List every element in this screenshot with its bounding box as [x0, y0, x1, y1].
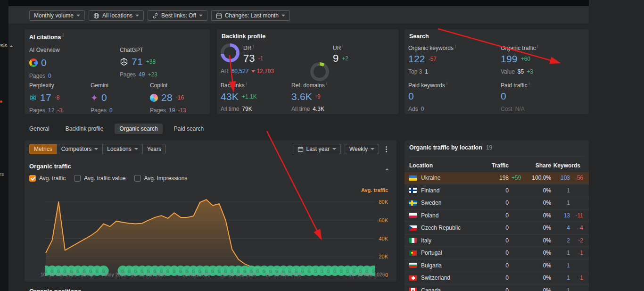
ref-domains-label: Ref. domains	[291, 81, 327, 89]
monthly-volume-label: Monthly volume	[34, 12, 74, 19]
avg-traffic-checkbox[interactable]: Avg. traffic	[29, 175, 66, 182]
location-row[interactable]: Poland00%13-11	[405, 209, 589, 222]
tab-paid-search[interactable]: Paid search	[169, 124, 208, 134]
organic-traffic-chart[interactable]: GGGGGGGGGGGGGGGGGGGGGGGGGGGGGGGGGGGGGGGG…	[45, 188, 375, 278]
organic-traffic-delta: +60	[521, 56, 530, 62]
svg-text:G: G	[339, 269, 343, 274]
metrics-segment[interactable]: Metrics	[29, 144, 57, 154]
location-row[interactable]: Sweden00%1	[405, 197, 589, 210]
share-value: 100.0%	[527, 175, 551, 181]
organic-keywords-label: Organic keywords	[408, 44, 456, 51]
gemini-stat: Gemini 0 Pages 0	[91, 82, 113, 114]
keywords-value: 1	[551, 262, 570, 269]
location-count: 19	[486, 144, 492, 151]
location-row[interactable]: Canada00%1	[405, 284, 589, 291]
perplexity-icon	[29, 94, 37, 101]
report-tabs: General Backlink profile Organic search …	[25, 123, 208, 135]
x-tick-label: 16–19 Feb 2026	[349, 272, 385, 277]
location-panel-title: Organic traffic by location19	[409, 144, 492, 151]
paid-traffic-stat: Paid traffic 0 Cost N/A	[501, 81, 529, 112]
chevron-down-icon	[371, 148, 374, 150]
avg-impressions-checkbox[interactable]: Avg. Impressions	[134, 175, 188, 182]
sidebar-item-competitors[interactable]: rs	[0, 171, 4, 177]
x-tick-label: 28 Apr – 4 May 2025	[81, 272, 126, 277]
metrics-label: Metrics	[34, 146, 52, 152]
chart-view-segmented-control: Metrics Competitors Locations Years	[29, 144, 166, 154]
sidebar-item-analysis[interactable]: ysis	[0, 42, 13, 48]
gemini-value: 0	[101, 92, 107, 103]
share-value: 0%	[527, 224, 551, 231]
chevron-up-icon	[385, 168, 389, 170]
ar-line: AR 60,527 12,703	[221, 68, 274, 75]
share-value: 0%	[527, 212, 551, 219]
chevron-down-icon	[135, 15, 139, 17]
tab-backlink-profile[interactable]: Backlink profile	[61, 124, 108, 134]
ur-value: 9	[333, 52, 339, 65]
location-name: Switzerland	[421, 274, 489, 281]
keywords-value: 2	[551, 237, 570, 244]
granularity-dropdown[interactable]: Weekly	[345, 144, 379, 154]
copilot-icon	[150, 94, 158, 102]
chatgpt-stat: ChatGPT 71 +38 Pages 49 +23	[120, 47, 157, 78]
pages-label: Pages	[91, 107, 107, 114]
keywords-value: 103	[551, 175, 570, 181]
share-value: 0%	[527, 187, 551, 194]
competitors-segment[interactable]: Competitors	[57, 144, 103, 154]
ai-overview-value: 0	[41, 57, 47, 68]
top-window-strip	[0, 0, 589, 6]
checkbox-checked-icon	[29, 175, 36, 182]
ai-overview-stat: AI Overview 0 Pages 0	[29, 47, 60, 79]
avg-traffic-value-checkbox[interactable]: Avg. traffic value	[74, 175, 125, 182]
changes-dropdown[interactable]: Changes: Last month	[211, 10, 290, 21]
keywords-delta: -1	[570, 249, 583, 256]
pages-label: Pages	[29, 107, 45, 114]
y-axis-title: Avg. traffic	[361, 187, 388, 193]
svg-text:G: G	[76, 269, 80, 274]
checkbox-unchecked-icon	[74, 175, 81, 182]
sidebar-fragment-text: rs	[0, 171, 4, 177]
location-row[interactable]: Finland00%1	[405, 184, 589, 197]
location-row[interactable]: Czech Republic00%4-4	[405, 222, 589, 235]
ca-flag-icon	[409, 288, 417, 291]
pages-delta: -3	[57, 107, 62, 114]
down-triangle-icon	[251, 70, 255, 73]
perplexity-label: Perplexity	[29, 82, 62, 89]
keywords-value: 1	[551, 249, 570, 256]
locations-segment[interactable]: Locations	[102, 144, 142, 154]
checkbox-unchecked-icon	[134, 175, 141, 182]
value-label: Value	[501, 68, 515, 75]
tab-general[interactable]: General	[25, 124, 54, 134]
alltime-value: 4.3K	[313, 106, 324, 112]
alltime-value: 79K	[242, 106, 252, 112]
location-name: Bulgaria	[421, 262, 489, 269]
location-row[interactable]: Ukraine198+59100.0%103-56	[405, 172, 589, 185]
ur-label: UR	[333, 44, 348, 51]
collapse-section-button[interactable]	[385, 165, 389, 172]
location-row[interactable]: Bulgaria00%1	[405, 259, 589, 272]
all-locations-dropdown[interactable]: All locations	[89, 10, 144, 21]
ur-donut-chart	[310, 62, 329, 81]
se-flag-icon	[409, 200, 417, 206]
paid-keywords-stat: Paid keywords 0 Ads 0	[408, 81, 447, 112]
location-row[interactable]: Switzerland00%1-1	[405, 272, 589, 285]
share-value: 0%	[527, 287, 551, 291]
ref-domains-value: 3.6K	[291, 91, 312, 102]
best-links-dropdown[interactable]: Best links: Off	[148, 10, 207, 21]
date-range-dropdown[interactable]: Last year	[293, 144, 341, 154]
calendar-icon	[297, 146, 304, 152]
x-tick-label: 22–28 Sep 2025	[220, 272, 256, 277]
tab-organic-search[interactable]: Organic search	[115, 124, 162, 134]
location-row[interactable]: Portugal00%1-1	[405, 247, 589, 260]
dr-stat: DR 73 -1	[243, 44, 263, 65]
years-segment[interactable]: Years	[142, 144, 166, 154]
backlinks-value: 43K	[221, 91, 239, 102]
granularity-label: Weekly	[349, 146, 368, 152]
pages-label: Pages	[150, 107, 166, 114]
y-tick-label: 40K	[379, 236, 388, 241]
pages-value: 0	[109, 107, 113, 114]
chart-overflow-menu[interactable]	[383, 144, 390, 154]
chevron-down-icon	[76, 15, 80, 17]
keywords-delta: -4	[570, 224, 583, 231]
monthly-volume-dropdown[interactable]: Monthly volume	[29, 10, 85, 21]
location-row[interactable]: Italy00%2-2	[405, 234, 589, 247]
